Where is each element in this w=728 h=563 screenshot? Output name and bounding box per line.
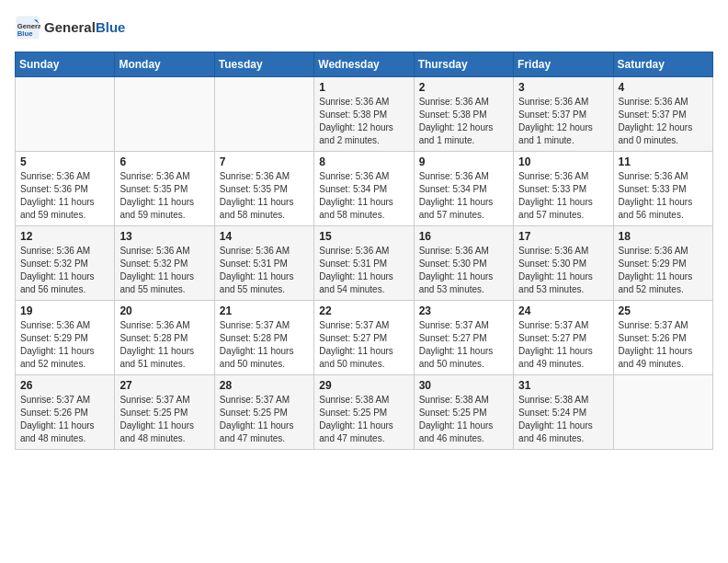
day-info: Sunrise: 5:38 AMSunset: 5:25 PMDaylight:…: [319, 394, 408, 445]
day-cell: 7Sunrise: 5:36 AMSunset: 5:35 PMDaylight…: [214, 152, 313, 226]
week-row-5: 26Sunrise: 5:37 AMSunset: 5:26 PMDayligh…: [16, 375, 713, 450]
header: General Blue GeneralBlue: [15, 15, 713, 40]
day-cell: 24Sunrise: 5:37 AMSunset: 5:27 PMDayligh…: [514, 301, 613, 375]
day-info: Sunrise: 5:37 AMSunset: 5:26 PMDaylight:…: [20, 394, 109, 445]
logo: General Blue GeneralBlue: [15, 15, 125, 40]
day-info: Sunrise: 5:36 AMSunset: 5:29 PMDaylight:…: [619, 245, 708, 296]
day-info: Sunrise: 5:36 AMSunset: 5:31 PMDaylight:…: [220, 245, 309, 296]
day-number: 29: [319, 379, 408, 392]
weekday-header-saturday: Saturday: [613, 52, 712, 77]
day-info: Sunrise: 5:36 AMSunset: 5:35 PMDaylight:…: [220, 170, 309, 222]
day-info: Sunrise: 5:36 AMSunset: 5:30 PMDaylight:…: [518, 245, 608, 296]
day-cell: 16Sunrise: 5:36 AMSunset: 5:30 PMDayligh…: [414, 226, 513, 301]
day-number: 12: [20, 230, 109, 243]
day-info: Sunrise: 5:37 AMSunset: 5:27 PMDaylight:…: [518, 319, 608, 371]
day-info: Sunrise: 5:37 AMSunset: 5:27 PMDaylight:…: [319, 319, 408, 371]
day-info: Sunrise: 5:36 AMSunset: 5:37 PMDaylight:…: [518, 96, 608, 147]
day-cell: 2Sunrise: 5:36 AMSunset: 5:38 PMDaylight…: [414, 77, 513, 152]
day-info: Sunrise: 5:36 AMSunset: 5:31 PMDaylight:…: [319, 245, 408, 296]
day-cell: 26Sunrise: 5:37 AMSunset: 5:26 PMDayligh…: [16, 375, 115, 450]
day-info: Sunrise: 5:36 AMSunset: 5:32 PMDaylight:…: [119, 245, 209, 296]
day-cell: 22Sunrise: 5:37 AMSunset: 5:27 PMDayligh…: [314, 301, 414, 375]
day-info: Sunrise: 5:37 AMSunset: 5:26 PMDaylight:…: [619, 319, 708, 371]
day-number: 15: [319, 230, 408, 243]
day-number: 10: [518, 155, 608, 168]
day-number: 17: [518, 230, 608, 243]
day-info: Sunrise: 5:38 AMSunset: 5:24 PMDaylight:…: [518, 394, 608, 445]
day-number: 28: [220, 379, 309, 392]
day-info: Sunrise: 5:36 AMSunset: 5:38 PMDaylight:…: [419, 96, 508, 147]
day-info: Sunrise: 5:36 AMSunset: 5:33 PMDaylight:…: [518, 170, 608, 222]
day-number: 5: [20, 155, 109, 168]
day-number: 2: [419, 81, 508, 94]
day-cell: 19Sunrise: 5:36 AMSunset: 5:29 PMDayligh…: [16, 301, 115, 375]
day-info: Sunrise: 5:36 AMSunset: 5:33 PMDaylight:…: [619, 170, 708, 222]
day-info: Sunrise: 5:36 AMSunset: 5:38 PMDaylight:…: [319, 96, 408, 147]
day-cell: 13Sunrise: 5:36 AMSunset: 5:32 PMDayligh…: [115, 226, 214, 301]
day-cell: 11Sunrise: 5:36 AMSunset: 5:33 PMDayligh…: [613, 152, 712, 226]
day-info: Sunrise: 5:36 AMSunset: 5:34 PMDaylight:…: [419, 170, 508, 222]
day-info: Sunrise: 5:36 AMSunset: 5:34 PMDaylight:…: [319, 170, 408, 222]
day-cell: 12Sunrise: 5:36 AMSunset: 5:32 PMDayligh…: [16, 226, 115, 301]
logo-general: General: [44, 19, 96, 35]
day-number: 14: [220, 230, 309, 243]
day-cell: 23Sunrise: 5:37 AMSunset: 5:27 PMDayligh…: [414, 301, 513, 375]
day-cell: 27Sunrise: 5:37 AMSunset: 5:25 PMDayligh…: [115, 375, 214, 450]
day-info: Sunrise: 5:36 AMSunset: 5:28 PMDaylight:…: [119, 319, 209, 371]
day-info: Sunrise: 5:38 AMSunset: 5:25 PMDaylight:…: [419, 394, 508, 445]
day-cell: 1Sunrise: 5:36 AMSunset: 5:38 PMDaylight…: [314, 77, 414, 152]
day-cell: 21Sunrise: 5:37 AMSunset: 5:28 PMDayligh…: [214, 301, 313, 375]
day-info: Sunrise: 5:36 AMSunset: 5:36 PMDaylight:…: [20, 170, 109, 222]
day-number: 19: [20, 304, 109, 317]
day-cell: 17Sunrise: 5:36 AMSunset: 5:30 PMDayligh…: [514, 226, 613, 301]
weekday-header-monday: Monday: [115, 52, 214, 77]
day-cell: 25Sunrise: 5:37 AMSunset: 5:26 PMDayligh…: [613, 301, 712, 375]
day-number: 21: [220, 304, 309, 317]
day-number: 18: [619, 230, 708, 243]
day-number: 7: [220, 155, 309, 168]
day-number: 23: [419, 304, 508, 317]
day-cell: 9Sunrise: 5:36 AMSunset: 5:34 PMDaylight…: [414, 152, 513, 226]
weekday-header-thursday: Thursday: [414, 52, 513, 77]
week-row-1: 1Sunrise: 5:36 AMSunset: 5:38 PMDaylight…: [16, 77, 713, 152]
day-cell: 6Sunrise: 5:36 AMSunset: 5:35 PMDaylight…: [115, 152, 214, 226]
logo-blue: Blue: [96, 19, 126, 35]
day-number: 1: [319, 81, 408, 94]
day-number: 3: [518, 81, 608, 94]
week-row-2: 5Sunrise: 5:36 AMSunset: 5:36 PMDaylight…: [16, 152, 713, 226]
logo-icon: General Blue: [15, 15, 40, 40]
day-cell: 4Sunrise: 5:36 AMSunset: 5:37 PMDaylight…: [613, 77, 712, 152]
day-number: 25: [619, 304, 708, 317]
day-cell: 3Sunrise: 5:36 AMSunset: 5:37 PMDaylight…: [514, 77, 613, 152]
day-number: 4: [619, 81, 708, 94]
day-info: Sunrise: 5:37 AMSunset: 5:28 PMDaylight:…: [220, 319, 309, 371]
weekday-header-tuesday: Tuesday: [214, 52, 313, 77]
day-info: Sunrise: 5:36 AMSunset: 5:35 PMDaylight:…: [119, 170, 209, 222]
day-number: 16: [419, 230, 508, 243]
day-cell: 28Sunrise: 5:37 AMSunset: 5:25 PMDayligh…: [214, 375, 313, 450]
day-info: Sunrise: 5:36 AMSunset: 5:30 PMDaylight:…: [419, 245, 508, 296]
svg-text:Blue: Blue: [17, 29, 33, 38]
day-number: 31: [518, 379, 608, 392]
day-cell: 30Sunrise: 5:38 AMSunset: 5:25 PMDayligh…: [414, 375, 513, 450]
week-row-4: 19Sunrise: 5:36 AMSunset: 5:29 PMDayligh…: [16, 301, 713, 375]
day-number: 20: [119, 304, 209, 317]
day-cell: 5Sunrise: 5:36 AMSunset: 5:36 PMDaylight…: [16, 152, 115, 226]
day-cell: [16, 77, 115, 152]
day-cell: 20Sunrise: 5:36 AMSunset: 5:28 PMDayligh…: [115, 301, 214, 375]
day-cell: [115, 77, 214, 152]
day-cell: 14Sunrise: 5:36 AMSunset: 5:31 PMDayligh…: [214, 226, 313, 301]
weekday-header-friday: Friday: [514, 52, 613, 77]
day-number: 13: [119, 230, 209, 243]
day-info: Sunrise: 5:37 AMSunset: 5:27 PMDaylight:…: [419, 319, 508, 371]
day-cell: [214, 77, 313, 152]
weekday-header-row: SundayMondayTuesdayWednesdayThursdayFrid…: [16, 52, 713, 77]
day-cell: [613, 375, 712, 450]
day-cell: 8Sunrise: 5:36 AMSunset: 5:34 PMDaylight…: [314, 152, 414, 226]
day-number: 30: [419, 379, 508, 392]
day-info: Sunrise: 5:36 AMSunset: 5:37 PMDaylight:…: [619, 96, 708, 147]
calendar-table: SundayMondayTuesdayWednesdayThursdayFrid…: [15, 52, 713, 450]
day-number: 6: [119, 155, 209, 168]
day-number: 11: [619, 155, 708, 168]
weekday-header-wednesday: Wednesday: [314, 52, 414, 77]
